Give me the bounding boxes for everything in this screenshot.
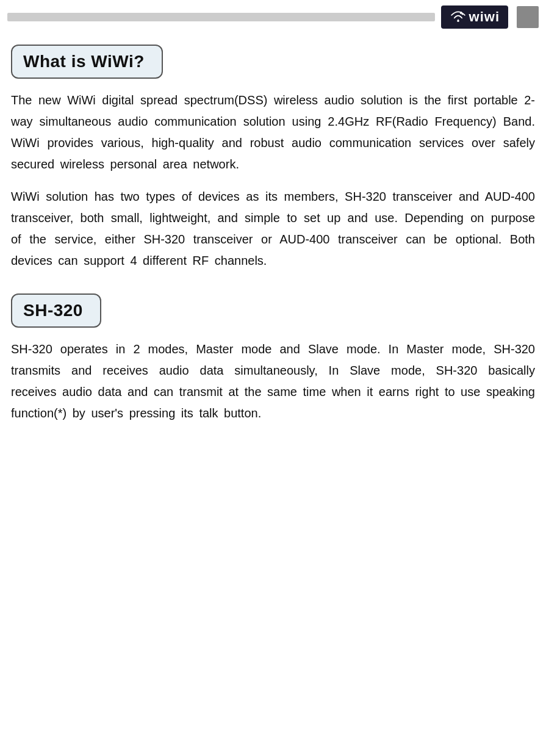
what-is-wiwi-para-2: WiWi solution has two types of devices a… [11, 186, 535, 272]
header-right-block [517, 6, 539, 28]
what-is-wiwi-heading-box: What is WiWi? [11, 45, 163, 79]
svg-point-2 [461, 13, 462, 15]
sh-320-heading: SH-320 [23, 301, 83, 320]
logo-text: wiwi [469, 9, 500, 25]
what-is-wiwi-para-1: The new WiWi digital spread spectrum(DSS… [11, 90, 535, 175]
sh-320-heading-box: SH-320 [11, 293, 101, 328]
logo-container: wiwi [441, 5, 539, 29]
wiwi-logo: wiwi [441, 5, 508, 29]
svg-point-1 [459, 12, 462, 14]
what-is-wiwi-heading: What is WiWi? [23, 52, 145, 71]
header-bar [7, 13, 435, 21]
wifi-icon [450, 10, 467, 24]
section-sh-320: SH-320 SH-320 operates in 2 modes, Maste… [11, 293, 535, 424]
section-what-is-wiwi: What is WiWi? The new WiWi digital sprea… [11, 45, 535, 272]
page-header: wiwi [0, 0, 546, 34]
svg-point-0 [457, 20, 459, 21]
sh-320-para-1: SH-320 operates in 2 modes, Master mode … [11, 339, 535, 424]
main-content: What is WiWi? The new WiWi digital sprea… [0, 34, 546, 457]
